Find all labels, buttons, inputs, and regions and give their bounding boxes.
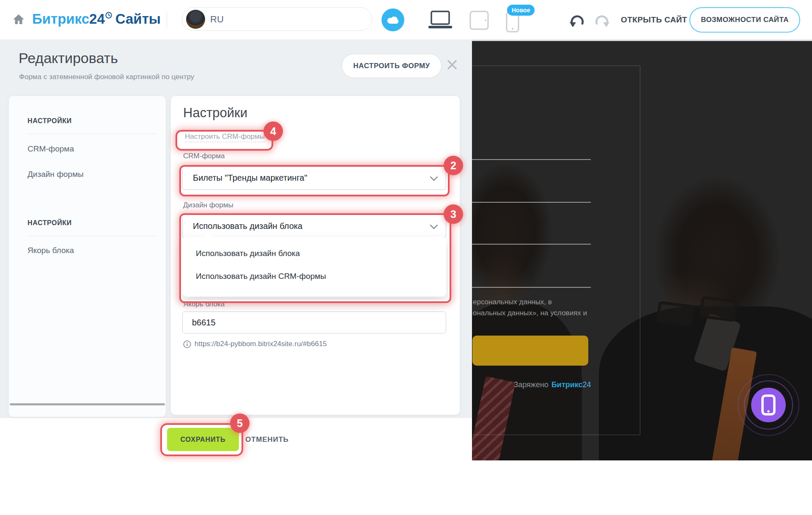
consent-line-2: ональных данных», на условиях и <box>473 308 587 319</box>
cloud-button[interactable] <box>381 8 404 31</box>
tablet-view-icon[interactable] <box>469 11 489 30</box>
preview-top-strip <box>472 40 812 41</box>
top-toolbar: Битрикс24Сайты RU Новое <box>0 0 812 40</box>
settings-card: Настройки Настроить CRM-формы CRM-форма … <box>171 96 460 415</box>
sidebar-section-settings-2: НАСТРОЙКИ <box>27 219 72 227</box>
sidebar-item-crm-form[interactable]: CRM-форма <box>27 144 74 154</box>
form-field-underline <box>472 244 591 245</box>
close-icon[interactable] <box>447 59 458 70</box>
info-icon <box>183 340 191 348</box>
form-container-outline <box>472 66 640 435</box>
clock-icon <box>105 12 112 19</box>
site-preview: ерсональных данных, в ональных данных», … <box>472 40 812 460</box>
settings-sidebar: НАСТРОЙКИ CRM-форма Дизайн формы НАСТРОЙ… <box>9 96 166 417</box>
crm-form-select[interactable]: Билеты "Тренды маркетинга" <box>182 166 446 190</box>
cloud-icon <box>387 16 399 24</box>
configure-form-button[interactable]: НАСТРОИТЬ ФОРМУ <box>342 54 442 78</box>
sidebar-item-block-anchor[interactable]: Якорь блока <box>27 246 74 255</box>
configure-crm-forms-link[interactable]: Настроить CRM-формы <box>185 132 265 142</box>
form-design-label: Дизайн формы <box>183 201 233 209</box>
dropdown-option-crm-design[interactable]: Использовать дизайн CRM-формы <box>196 272 326 281</box>
site-features-button[interactable]: ВОЗМОЖНОСТИ САЙТА <box>689 7 800 33</box>
redo-icon[interactable] <box>594 12 610 27</box>
header-divider <box>167 11 167 28</box>
settings-title: Настройки <box>183 105 247 121</box>
block-anchor-label: Якорь блока <box>183 300 225 308</box>
form-field-underline <box>472 287 591 288</box>
new-feature-badge: Новое <box>507 5 535 16</box>
powered-brand: Битрикс <box>551 380 583 389</box>
open-site-button[interactable]: ОТКРЫТЬ САЙТ <box>621 15 687 25</box>
dropdown-option-block-design[interactable]: Использовать дизайн блока <box>196 249 300 258</box>
bitrix24-sites-editor: Битрикс24Сайты RU Новое <box>0 0 812 515</box>
powered-brand-24: 24 <box>583 380 591 389</box>
undo-icon[interactable] <box>569 12 585 27</box>
sidebar-divider <box>27 236 156 236</box>
panel-title: Редактировать <box>19 50 118 66</box>
form-design-select[interactable]: Использовать дизайн блока <box>182 214 446 238</box>
sidebar-scrollbar[interactable] <box>10 403 165 405</box>
mobile-widget-icon <box>761 394 776 416</box>
crm-form-label: CRM-форма <box>183 152 225 160</box>
mobile-widget-button[interactable] <box>751 388 786 422</box>
consent-text: ерсональных данных, в ональных данных», … <box>473 297 587 319</box>
bitrix24-sites-logo[interactable]: Битрикс24Сайты <box>32 11 161 27</box>
consent-line-1: ерсональных данных, в <box>473 297 587 308</box>
home-icon[interactable] <box>13 14 25 25</box>
block-anchor-input[interactable] <box>182 311 446 333</box>
anchor-url-hint: https://b24-pybbom.bitrix24site.ru/#b661… <box>183 340 327 348</box>
form-field-underline <box>472 202 591 203</box>
powered-prefix: Заряжено <box>513 380 548 389</box>
form-field-underline <box>472 159 591 160</box>
chevron-down-icon <box>430 176 438 181</box>
site-avatar <box>186 10 205 29</box>
panel-subtitle: Форма с затемненной фоновой картинкой по… <box>19 73 194 81</box>
logo-part-sites: Сайты <box>115 11 161 27</box>
save-button[interactable]: СОХРАНИТЬ <box>167 428 239 451</box>
form-design-select-value: Использовать дизайн блока <box>193 221 302 231</box>
anchor-url-text: https://b24-pybbom.bitrix24site.ru/#b661… <box>195 340 327 348</box>
laptop-view-icon[interactable] <box>428 11 453 29</box>
preview-submit-button[interactable] <box>472 336 588 366</box>
logo-part-bitrix: Битрикс <box>32 11 89 27</box>
chevron-down-icon <box>430 224 438 229</box>
sidebar-divider <box>27 134 156 134</box>
powered-by-bitrix24: ЗаряженоБитрикс24 <box>472 380 633 389</box>
crm-form-select-value: Билеты "Тренды маркетинга" <box>193 173 307 183</box>
edit-block-panel: Редактировать Форма с затемненной фоново… <box>0 40 472 418</box>
sidebar-item-form-design[interactable]: Дизайн формы <box>27 170 84 179</box>
cancel-button[interactable]: ОТМЕНИТЬ <box>245 435 289 444</box>
language-label: RU <box>210 14 224 25</box>
logo-part-24: 24 <box>89 11 105 27</box>
sidebar-section-settings-1: НАСТРОЙКИ <box>27 117 72 125</box>
form-design-dropdown: Использовать дизайн блока Использовать д… <box>182 237 446 297</box>
